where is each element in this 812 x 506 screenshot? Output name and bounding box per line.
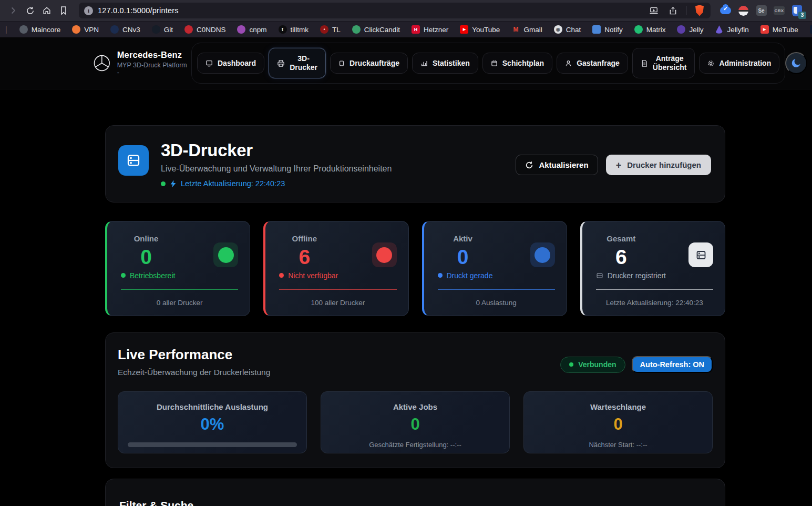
raspberry-icon: [184, 25, 193, 34]
stat-divider: [438, 289, 555, 290]
bookmark-vpn[interactable]: VPN: [66, 23, 105, 36]
brave-shields-button[interactable]: [692, 3, 707, 18]
crx-icon: CRX: [774, 6, 785, 15]
brave-shield-icon: [695, 5, 705, 16]
bookmark-icon: [59, 6, 68, 15]
printers-page-icon: [118, 145, 149, 176]
bookmark-linkwarden[interactable]: ϟLinkwarden: [804, 23, 812, 36]
site-info-icon[interactable]: i: [84, 6, 93, 15]
home-button[interactable]: [39, 3, 55, 18]
extension-pokeball-button[interactable]: [738, 5, 749, 16]
bookmark-c0ndns[interactable]: C0NDNS: [179, 23, 232, 36]
bookmark-tilltmk[interactable]: ttilltmk: [273, 23, 315, 36]
gear-icon: [707, 60, 714, 67]
person-icon: [565, 60, 572, 67]
offline-status-icon: [372, 242, 397, 267]
nav-statistiken[interactable]: Statistiken: [412, 53, 478, 74]
metube-icon: ▶: [760, 25, 769, 34]
moon-icon: [790, 57, 802, 69]
refresh-button[interactable]: Aktualisieren: [516, 155, 598, 175]
nav-gastanfrage[interactable]: Gastanfrage: [557, 53, 628, 74]
url-text[interactable]: 127.0.0.1:5000/printers: [98, 6, 641, 15]
stat-divider: [121, 289, 238, 290]
linkwarden-icon: ϟ: [810, 25, 812, 34]
url-bar[interactable]: i 127.0.0.1:5000/printers: [79, 3, 711, 18]
bookmarks-divider: |: [5, 25, 7, 34]
tilltmk-icon: t: [279, 25, 287, 34]
extension-crx-button[interactable]: CRX: [774, 5, 785, 16]
stat-divider: [279, 289, 396, 290]
stat-status: Nicht verfügbar: [279, 271, 396, 280]
brand-name: Mercedes-Benz: [117, 50, 190, 60]
send-to-device-icon: [649, 6, 659, 15]
bookmark-hetzner[interactable]: HHetzner: [406, 23, 454, 36]
stat-status: Druckt gerade: [438, 271, 555, 280]
active-status-icon: [530, 242, 555, 267]
extension-selenium-button[interactable]: Se: [756, 5, 767, 16]
nav-druckauftraege[interactable]: Druckaufträge: [330, 53, 408, 74]
bookmark-cnv3[interactable]: CNv3: [105, 23, 146, 36]
nav-schichtplan[interactable]: Schichtplan: [482, 53, 552, 74]
extensions-area: Se CRX 3: [716, 5, 807, 16]
nav-antraege-uebersicht[interactable]: Anträge Übersicht: [632, 48, 695, 78]
gmail-icon: M: [511, 25, 520, 34]
share-button[interactable]: [665, 3, 681, 18]
live-performance-subtitle: Echzeit-Überwachung der Druckerleistung: [118, 368, 270, 377]
dashboard-icon: [205, 59, 213, 67]
stat-divider: [596, 289, 713, 290]
nav-dashboard[interactable]: Dashboard: [197, 53, 264, 74]
bookmark-youtube[interactable]: ▶YouTube: [454, 23, 506, 36]
bookmark-jelly[interactable]: Jelly: [671, 23, 709, 36]
metric-auslastung: Durchschnittliche Auslastung 0%: [118, 391, 307, 453]
vpn-icon: [72, 25, 80, 34]
nav-administration[interactable]: Administration: [699, 53, 779, 74]
stat-label: Gesamt: [596, 234, 646, 243]
jellyfin-icon: [715, 25, 723, 34]
mercedes-logo-icon: [92, 54, 111, 73]
lightning-icon: [170, 180, 177, 188]
bookmark-tl[interactable]: •TL: [314, 23, 346, 36]
bookmark-maincore[interactable]: Maincore: [14, 23, 67, 36]
theme-toggle-button[interactable]: [785, 52, 807, 74]
nav-3d-drucker[interactable]: 3D-Drucker: [269, 48, 326, 78]
bookmark-notify[interactable]: Notify: [587, 23, 629, 36]
stat-value: 0: [121, 246, 171, 269]
page-header-card: 3D-Drucker Live-Überwachung und Verwaltu…: [105, 125, 725, 203]
auto-refresh-toggle[interactable]: Auto-Refresh: ON: [632, 356, 713, 373]
bookmark-chat[interactable]: ◉Chat: [548, 23, 587, 36]
bookmark-this-button[interactable]: [56, 3, 71, 18]
last-update-status: Letzte Aktualisierung: 22:40:23: [161, 179, 392, 188]
bookmark-git[interactable]: Git: [146, 23, 179, 36]
bookmark-cnpm[interactable]: cnpm: [231, 23, 272, 36]
job-icon: [338, 60, 345, 67]
status-dot-icon: [279, 273, 284, 278]
home-icon: [42, 6, 52, 15]
stat-value: 6: [279, 246, 330, 269]
bookmark-metube[interactable]: ▶MeTube: [755, 23, 804, 36]
brand-subtitle: MYP 3D-Druck Platform -: [117, 62, 190, 76]
brand[interactable]: Mercedes-Benz MYP 3D-Druck Platform -: [92, 50, 190, 76]
bookmark-gmail[interactable]: MGmail: [506, 23, 548, 36]
stat-footer: 100 aller Drucker: [279, 299, 396, 307]
add-printer-button[interactable]: + Drucker hinzufügen: [606, 155, 711, 175]
bookmark-clickcandit[interactable]: ClickCandit: [346, 23, 406, 36]
plus-icon: +: [616, 160, 622, 170]
bookmark-jellyfin[interactable]: Jellyfin: [709, 23, 754, 36]
status-dot-icon: [438, 273, 443, 278]
jelly-icon: [677, 25, 685, 34]
app-header: Mercedes-Benz MYP 3D-Druck Platform - Da…: [0, 37, 812, 89]
share-icon: [669, 6, 677, 15]
broadcast-icon: •: [320, 25, 328, 34]
bookmarks-bar: | Maincore VPN CNv3 Git C0NDNS cnpm ttil…: [0, 21, 812, 37]
online-dot: [161, 181, 166, 186]
page-subtitle: Live-Überwachung und Verwaltung Ihrer Pr…: [161, 164, 392, 174]
header-actions: [785, 52, 812, 74]
live-performance-title: Live Performance: [118, 347, 270, 363]
send-to-device-button[interactable]: [646, 3, 662, 18]
cloud-check-icon: [720, 7, 731, 14]
extension-cloud-button[interactable]: [720, 5, 731, 16]
reload-button[interactable]: [22, 3, 38, 18]
bookmark-matrix[interactable]: Matrix: [629, 23, 672, 36]
forward-button[interactable]: [5, 3, 21, 18]
extension-password-button[interactable]: 3: [792, 5, 803, 16]
